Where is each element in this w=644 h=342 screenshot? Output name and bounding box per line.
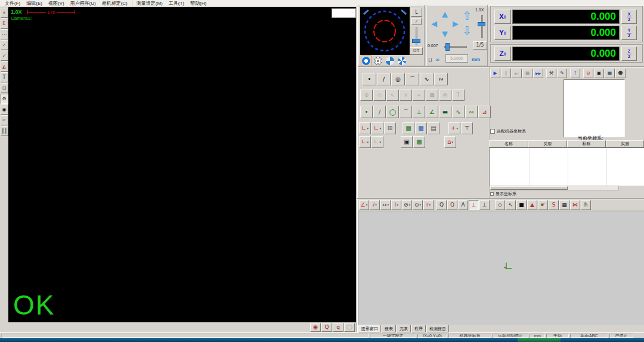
step-value-box[interactable]: 5.0000: [445, 54, 468, 63]
tab-元素[interactable]: 元素: [397, 325, 411, 332]
point-distance-button[interactable]: ∕▾: [370, 200, 380, 210]
jog-up-button[interactable]: ▲: [442, 10, 448, 18]
settings-gear-icon[interactable]: ⚙: [1, 94, 8, 104]
origin-measure-button[interactable]: ⊥: [413, 106, 425, 118]
closed-curve-measure-button[interactable]: ∾: [465, 106, 478, 118]
circle-tool-button[interactable]: ◎: [391, 73, 405, 85]
dropdown-arrow-icon[interactable]: ▾: [366, 204, 368, 207]
triangle-view-button[interactable]: ▲: [527, 200, 537, 210]
polygon-select-button[interactable]: ◇: [495, 200, 505, 210]
table-header-1[interactable]: 名称: [489, 140, 528, 147]
quadrant-light-button[interactable]: [385, 56, 395, 66]
table-header-2[interactable]: 类型: [528, 140, 567, 147]
radius-dim-button[interactable]: r▾: [423, 200, 434, 210]
operator-button[interactable]: ☻: [615, 69, 626, 78]
probe-button[interactable]: ⊤: [461, 122, 473, 134]
coordinate-table-body[interactable]: [489, 147, 644, 186]
menu-item[interactable]: 工具(T): [166, 0, 187, 7]
run-button[interactable]: ▶: [490, 69, 500, 78]
zoom-in-button[interactable]: Q: [321, 323, 332, 332]
label-tool-button[interactable]: A: [458, 200, 468, 210]
closed-curve-tool-button[interactable]: ∾: [434, 73, 448, 85]
axis-cs-button[interactable]: ∟▾: [359, 122, 371, 134]
speed-slider-handle[interactable]: [445, 43, 450, 51]
jog-down-button[interactable]: ▼: [442, 30, 448, 38]
dropdown-arrow-icon[interactable]: ▾: [379, 127, 381, 130]
tab-图形窗口[interactable]: 图形窗口: [358, 325, 381, 332]
axis-display-toggle[interactable]: ⊥: [469, 200, 479, 210]
grid-dark-button[interactable]: ▦: [559, 200, 569, 210]
stage-icon[interactable]: ⊔: [428, 57, 432, 63]
point-measure-button[interactable]: •: [360, 106, 373, 118]
light-divide-button[interactable]: ⁄: [411, 18, 422, 25]
dropdown-arrow-icon[interactable]: ▾: [409, 204, 411, 207]
autofocus-tool-icon[interactable]: ✓: [1, 51, 8, 61]
program-list-panel[interactable]: [564, 79, 625, 137]
angle-sample-tool-icon[interactable]: ◭: [1, 61, 8, 72]
monitor-button[interactable]: ▣: [594, 69, 604, 78]
x-half-button[interactable]: X2: [621, 10, 637, 24]
zoom-in-view-button[interactable]: Q: [447, 200, 457, 210]
menu-item[interactable]: 用户程序(U): [67, 0, 99, 7]
h-label-button[interactable]: h: [581, 200, 591, 210]
dropdown-arrow-icon[interactable]: ▾: [388, 204, 389, 207]
angle-measure-button[interactable]: ∠: [426, 106, 438, 118]
menu-item[interactable]: 帮助(H): [187, 0, 209, 7]
barcode-icon[interactable]: ║║: [1, 126, 8, 136]
camera-view[interactable]: 1.0X 170 Camera1: … OK: [8, 7, 356, 322]
graphics-canvas[interactable]: [358, 211, 644, 325]
axis-cs3-button[interactable]: ∟▾: [359, 136, 371, 148]
run-fast-button[interactable]: ▶▶: [533, 69, 543, 78]
stage-green2-button[interactable]: ▩: [413, 136, 425, 148]
speed-ratio-button[interactable]: 1/5: [473, 41, 487, 50]
plane-measure-button[interactable]: ▬: [439, 106, 451, 118]
match-machine-checkbox[interactable]: 匹配机器坐标系: [490, 128, 526, 134]
jog-left-button[interactable]: ◀: [431, 20, 437, 27]
circle-measure-button[interactable]: ◯: [386, 106, 399, 118]
line-measure-button[interactable]: ∕: [373, 106, 386, 118]
height-measure-button[interactable]: ⊿: [478, 106, 491, 118]
hand-pan-button[interactable]: ☛: [538, 200, 548, 210]
camera-info-box[interactable]: …: [332, 8, 356, 18]
menu-item[interactable]: 文件(F): [2, 0, 23, 7]
light-off-button[interactable]: Off: [410, 47, 423, 55]
point-tool-button[interactable]: •: [363, 73, 376, 85]
measure-line-tool-icon[interactable]: ⋯: [1, 29, 8, 39]
y-zero-button[interactable]: Y0: [494, 26, 511, 40]
dropdown-arrow-icon[interactable]: ▾: [367, 141, 369, 144]
zoom-out-view-button[interactable]: Q: [436, 200, 447, 210]
navigate-icon[interactable]: ∞: [435, 57, 440, 63]
y-half-button[interactable]: Y2: [621, 26, 637, 40]
jog-right-button[interactable]: ▶: [453, 20, 459, 27]
crosshair-tool-icon[interactable]: ⌖: [1, 8, 8, 18]
align-cross-button[interactable]: +▾: [448, 122, 460, 134]
tab-报表[interactable]: 报表: [382, 325, 396, 332]
dropdown-arrow-icon[interactable]: ▾: [367, 127, 369, 130]
segment-light-button[interactable]: [397, 56, 407, 66]
selection-box-tool-icon[interactable]: ⊡: [1, 83, 8, 93]
edit-program-button[interactable]: ✎: [557, 69, 567, 78]
menu-item[interactable]: 视图(V): [45, 0, 67, 7]
zoom-slider-handle[interactable]: [478, 22, 485, 26]
axis-cs2-button[interactable]: ∟▾: [371, 122, 383, 134]
stop-motion-button[interactable]: ⊘: [583, 69, 593, 78]
coaxial-light-button[interactable]: [373, 56, 383, 66]
dropdown-arrow-icon[interactable]: ▾: [375, 204, 377, 207]
tab-检测报告[interactable]: 检测报告: [426, 325, 449, 332]
z-up-button[interactable]: ⇧: [462, 10, 472, 21]
x-zero-button[interactable]: X0: [494, 10, 511, 24]
table-header-3[interactable]: 标称: [567, 140, 606, 147]
checkbox-box[interactable]: [490, 129, 495, 134]
dropdown-arrow-icon[interactable]: ▾: [456, 127, 458, 130]
h-distance-button[interactable]: ↔▾: [380, 200, 391, 210]
focus-check-tool-icon[interactable]: ✓: [1, 40, 8, 50]
light-l-button[interactable]: L: [411, 8, 422, 17]
table-header-4[interactable]: 实测: [606, 140, 644, 147]
z-half-button[interactable]: Z2: [621, 47, 637, 61]
dropdown-arrow-icon[interactable]: ▾: [429, 204, 431, 207]
line-tool-button[interactable]: ∕: [377, 73, 391, 85]
table-scroll-thumb[interactable]: [490, 186, 568, 190]
arc-measure-button[interactable]: ⌒: [400, 106, 412, 118]
monitor-dark-button[interactable]: ▣: [401, 136, 413, 148]
dropdown-arrow-icon[interactable]: ▾: [420, 204, 422, 207]
